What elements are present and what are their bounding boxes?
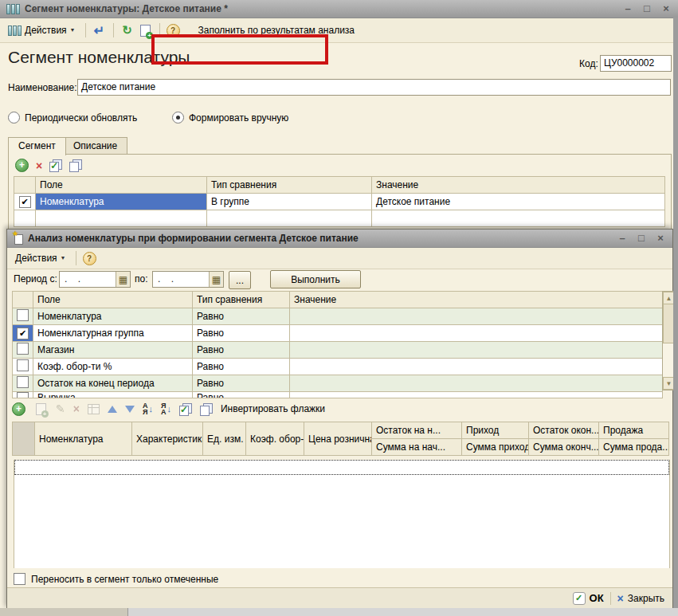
- row-checkbox[interactable]: [17, 392, 29, 398]
- row-checkbox[interactable]: [17, 309, 29, 321]
- actions-menu-button[interactable]: Действия ▼: [5, 23, 79, 37]
- help-icon[interactable]: ?: [83, 252, 96, 265]
- cell-comparison[interactable]: Равно: [193, 308, 290, 325]
- cell-comparison[interactable]: Равно: [197, 392, 285, 398]
- table-row[interactable]: Коэф. обор-ти % Равно: [13, 359, 663, 375]
- radio-periodic-circle[interactable]: [8, 112, 20, 124]
- cell-comparison[interactable]: Равно: [193, 375, 290, 392]
- tab-segment[interactable]: Сегмент: [8, 137, 66, 155]
- help-icon[interactable]: ?: [167, 24, 180, 37]
- radio-manual-circle[interactable]: [172, 112, 184, 124]
- result-table-body[interactable]: [14, 460, 670, 568]
- close-button[interactable]: × Закрыть: [617, 592, 664, 605]
- result-table-toolbar: + + ✎ × АЯ ↓ ЯА ↓ ✓ Инвертировать флажки: [12, 398, 668, 420]
- tab-description[interactable]: Описание: [63, 137, 127, 155]
- cell-field[interactable]: Номенклатура: [33, 308, 193, 325]
- transfer-checkbox[interactable]: [14, 573, 25, 585]
- run-button[interactable]: Выполнить: [270, 270, 361, 288]
- col-unit: Ед. изм.: [203, 422, 246, 456]
- cell-comparison[interactable]: Равно: [193, 342, 290, 359]
- table-row[interactable]: Магазин Равно: [13, 342, 663, 359]
- col-characteristic: Характеристика: [132, 422, 203, 456]
- minimize-icon[interactable]: –: [617, 233, 628, 244]
- col-opening-balance: Остаток на н...: [372, 422, 462, 439]
- uncheck-all-icon[interactable]: [200, 403, 213, 415]
- row-checkbox[interactable]: [17, 359, 29, 371]
- period-more-button[interactable]: ...: [229, 271, 251, 289]
- table-header-row: Поле Тип сравнения Значение: [14, 177, 665, 194]
- header-comparison: Тип сравнения: [193, 292, 290, 308]
- go-to-list-icon[interactable]: ↵: [92, 23, 107, 37]
- calendar-icon[interactable]: ▦: [116, 272, 130, 287]
- check-all-icon[interactable]: ✓: [179, 403, 192, 415]
- close-icon[interactable]: ×: [655, 233, 666, 244]
- empty-row: [14, 210, 665, 227]
- period-from-label: Период с:: [14, 273, 57, 284]
- row-selector-col: [13, 422, 35, 456]
- calendar-icon[interactable]: ▦: [209, 272, 223, 287]
- period-to-input[interactable]: . . ▦: [152, 271, 224, 288]
- move-up-icon[interactable]: [108, 406, 117, 413]
- cell-value[interactable]: [294, 392, 658, 398]
- add-row-icon[interactable]: +: [15, 159, 29, 172]
- col-opening-sum: Сумма на нач...: [372, 439, 462, 456]
- actions-grid-icon: [8, 26, 22, 36]
- cell-field[interactable]: Выручка: [37, 392, 188, 398]
- cell-field[interactable]: Номенклатура: [36, 194, 207, 210]
- edit-row-icon[interactable]: ✎: [56, 402, 65, 415]
- row-checkbox[interactable]: ✔: [19, 196, 31, 208]
- cell-value[interactable]: [290, 359, 663, 375]
- code-field[interactable]: ЦУ0000002: [600, 55, 672, 72]
- radio-manual[interactable]: Формировать вручную: [172, 112, 288, 124]
- actions-label: Действия: [25, 25, 67, 36]
- name-field[interactable]: Детское питание: [77, 79, 671, 96]
- add-row-icon[interactable]: +: [12, 402, 25, 416]
- toolbar-separator: [113, 23, 114, 37]
- check-all-icon[interactable]: ✓: [49, 159, 62, 171]
- ok-label: ОК: [590, 592, 604, 604]
- actions-menu-button[interactable]: Действия ▼: [12, 251, 69, 265]
- copy-row-icon[interactable]: +: [33, 402, 48, 416]
- sort-desc-icon[interactable]: ЯА ↓: [161, 402, 171, 415]
- col-nomenclature: Номенклатура: [35, 422, 132, 456]
- cell-value[interactable]: [290, 308, 663, 325]
- close-icon[interactable]: ×: [660, 3, 672, 14]
- maximize-icon[interactable]: □: [636, 233, 647, 244]
- radio-periodic[interactable]: Периодически обновлять: [8, 112, 137, 124]
- cell-field[interactable]: Коэф. обор-ти %: [33, 359, 193, 375]
- table-row[interactable]: ✔ Номенклатурная группа Равно: [13, 325, 663, 342]
- refresh-icon[interactable]: ↻: [120, 23, 135, 37]
- delete-row-icon[interactable]: ×: [36, 159, 42, 172]
- cell-field[interactable]: Номенклатурная группа: [33, 325, 193, 342]
- row-checkbox[interactable]: ✔: [17, 328, 29, 339]
- cell-value[interactable]: [290, 342, 663, 359]
- maximize-icon[interactable]: □: [641, 3, 653, 14]
- table-row[interactable]: Остаток на конец периода Равно: [13, 375, 663, 392]
- cell-comparison[interactable]: В группе: [207, 194, 372, 210]
- cell-field[interactable]: Остаток на конец периода: [33, 375, 193, 392]
- sort-asc-icon[interactable]: АЯ ↓: [143, 402, 153, 415]
- cell-value[interactable]: [290, 325, 663, 342]
- ok-button[interactable]: ✓ ОК: [573, 592, 604, 605]
- cell-field[interactable]: Магазин: [33, 342, 193, 359]
- row-checkbox[interactable]: [17, 376, 29, 388]
- cell-value[interactable]: [290, 375, 663, 392]
- delete-row-icon[interactable]: ×: [73, 402, 80, 415]
- fill-by-analysis-button[interactable]: Заполнить по результатам анализа: [194, 22, 360, 38]
- table-row[interactable]: ✔ Номенклатура В группе Детское питание: [14, 194, 665, 210]
- header-field: Поле: [33, 292, 193, 308]
- cell-value[interactable]: Детское питание: [372, 194, 665, 210]
- period-from-input[interactable]: . . ▦: [59, 271, 131, 288]
- end-edit-icon[interactable]: [88, 404, 100, 414]
- minimize-icon[interactable]: –: [622, 3, 633, 14]
- move-down-icon[interactable]: [125, 406, 135, 413]
- table-row[interactable]: Номенклатура Равно: [13, 308, 663, 325]
- copy-new-icon[interactable]: +: [139, 23, 153, 37]
- col-retail-price: Цена розничная: [304, 422, 372, 456]
- row-checkbox[interactable]: [17, 343, 29, 355]
- cell-comparison[interactable]: Равно: [193, 325, 290, 342]
- cell-comparison[interactable]: Равно: [193, 359, 290, 375]
- invert-flags-button[interactable]: Инвертировать флажки: [221, 403, 325, 414]
- uncheck-all-icon[interactable]: [69, 159, 82, 171]
- transfer-checkbox-row[interactable]: Переносить в сегмент только отмеченные: [14, 573, 218, 585]
